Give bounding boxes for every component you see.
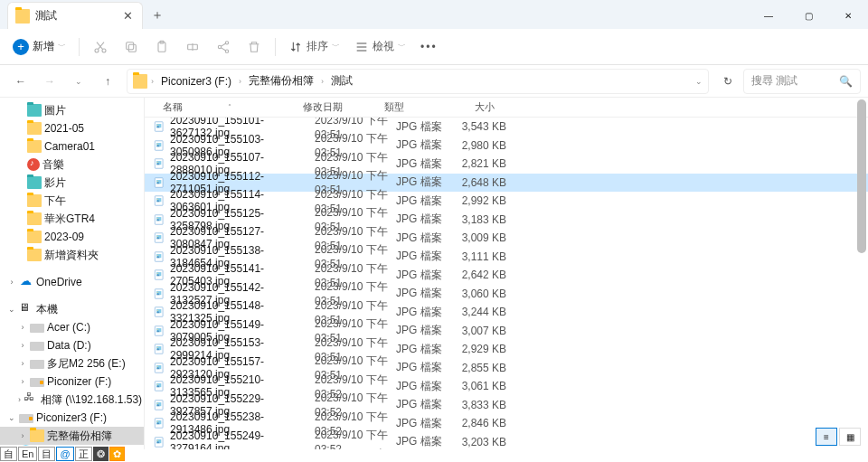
- file-size: 2,855 KB: [455, 362, 514, 374]
- svg-point-42: [157, 310, 158, 311]
- sidebar-item[interactable]: 新增資料夾: [0, 246, 144, 264]
- file-size: 2,648 KB: [455, 176, 514, 189]
- label: 本機: [36, 302, 58, 317]
- chevron-right-icon[interactable]: ›: [7, 278, 16, 287]
- maximize-button[interactable]: ▢: [788, 2, 828, 29]
- scrollbar[interactable]: [857, 99, 866, 438]
- file-type: JPG 檔案: [396, 397, 455, 412]
- minimize-button[interactable]: —: [749, 2, 788, 29]
- sidebar-item-drive[interactable]: ›多尼M2 256 (E:): [0, 354, 144, 372]
- search-placeholder: 搜尋 測試: [751, 73, 797, 89]
- search-input[interactable]: 搜尋 測試 🔍: [743, 69, 861, 94]
- chevron-down-icon[interactable]: ⌄: [7, 305, 16, 314]
- sidebar-item-drive[interactable]: ›Acer (C:): [0, 318, 144, 336]
- chevron-right-icon[interactable]: ›: [18, 431, 27, 440]
- sidebar-item-videos[interactable]: 影片: [0, 174, 144, 192]
- sidebar-item-drive[interactable]: ⌄Piconizer3 (F:): [0, 409, 144, 427]
- sidebar-item[interactable]: Camera01: [0, 137, 144, 156]
- sidebar-item-thispc[interactable]: ⌄本機: [0, 300, 144, 318]
- sidebar[interactable]: 圖片 2021-05 Camera01 音樂 影片 下午 華米GTR4 2023…: [0, 98, 145, 449]
- sidebar-item-music[interactable]: 音樂: [0, 156, 144, 174]
- chevron-right-icon[interactable]: ›: [18, 377, 27, 386]
- sidebar-item[interactable]: 華米GTR4: [0, 210, 144, 228]
- chevron-right-icon[interactable]: ›: [18, 359, 27, 368]
- chevron-right-icon[interactable]: ›: [18, 341, 27, 350]
- svg-point-15: [157, 143, 158, 144]
- image-file-icon: [152, 398, 166, 412]
- label: Piconizer3 (F:): [36, 411, 107, 424]
- address-bar[interactable]: › Piconizer3 (F:) › 完整備份相簿 › 測試 ⌄: [127, 69, 709, 94]
- tab-title: 測試: [35, 8, 57, 24]
- ime-button[interactable]: En: [18, 447, 37, 461]
- file-area: 名稱˄ 修改日期 類型 大小 20230910_155101-3627132.j…: [145, 98, 868, 449]
- cut-button[interactable]: [87, 33, 114, 61]
- sidebar-item[interactable]: 2023-09: [0, 228, 144, 246]
- forward-button[interactable]: →: [36, 68, 63, 95]
- folder-icon: [133, 74, 147, 89]
- sort-button[interactable]: 排序 ﹀: [283, 33, 345, 61]
- sidebar-item[interactable]: 2021-05: [0, 119, 144, 137]
- window-tab[interactable]: 測試 ✕: [7, 2, 143, 29]
- col-size[interactable]: 大小: [443, 100, 502, 114]
- details-view-button[interactable]: ≡: [816, 428, 837, 446]
- sidebar-item-drive[interactable]: ›Data (D:): [0, 336, 144, 354]
- title-bar: 測試 ✕ ＋ — ▢ ✕: [0, 0, 868, 29]
- dots-icon: •••: [420, 41, 438, 53]
- paste-button[interactable]: [148, 33, 175, 61]
- ime-button[interactable]: @: [56, 447, 73, 461]
- copy-button[interactable]: [118, 33, 145, 61]
- file-size: 3,060 KB: [455, 288, 514, 300]
- sidebar-item[interactable]: 下午: [0, 192, 144, 210]
- drive-icon: [30, 324, 44, 333]
- image-file-icon: [152, 324, 166, 338]
- more-button[interactable]: •••: [415, 33, 443, 61]
- file-row[interactable]: 20230910_155249-3279164.jpg2023/9/10 下午 …: [145, 433, 868, 450]
- chevron-right-icon[interactable]: ›: [18, 395, 21, 404]
- close-tab-icon[interactable]: ✕: [123, 10, 133, 22]
- refresh-button[interactable]: ↻: [714, 68, 741, 95]
- up-button[interactable]: ↑: [94, 68, 121, 95]
- thumbnails-view-button[interactable]: ▦: [839, 428, 861, 446]
- label: 完整備份相簿: [47, 429, 112, 444]
- share-button[interactable]: [210, 33, 237, 61]
- sidebar-item-onedrive[interactable]: ›OneDrive: [0, 273, 144, 291]
- new-button[interactable]: + 新增 ﹀: [7, 33, 71, 61]
- ime-button[interactable]: 正: [75, 447, 92, 461]
- image-file-icon: [152, 231, 166, 245]
- rename-button[interactable]: [179, 33, 206, 61]
- recent-dropdown[interactable]: ⌄: [65, 68, 92, 95]
- breadcrumb-folder[interactable]: 完整備份相簿: [245, 71, 317, 90]
- sidebar-item-backup-album[interactable]: ›完整備份相簿: [0, 427, 144, 445]
- close-window-button[interactable]: ✕: [828, 2, 868, 29]
- chevron-right-icon[interactable]: ›: [18, 323, 27, 332]
- chevron-down-icon: ﹀: [332, 41, 340, 52]
- col-date[interactable]: 修改日期: [303, 100, 384, 114]
- image-file-icon: [152, 175, 166, 190]
- ime-button[interactable]: ✿: [109, 447, 125, 461]
- col-type[interactable]: 類型: [384, 100, 443, 114]
- column-headers[interactable]: 名稱˄ 修改日期 類型 大小: [145, 98, 868, 118]
- delete-button[interactable]: [241, 33, 268, 61]
- sidebar-item-netdrive[interactable]: ›相簿 (\\192.168.1.53) (Z:): [0, 391, 144, 409]
- file-type: JPG 檔案: [396, 305, 455, 320]
- file-type: JPG 檔案: [396, 193, 455, 209]
- scroll-thumb[interactable]: [857, 99, 866, 253]
- back-button[interactable]: ←: [7, 68, 34, 95]
- image-file-icon: [152, 250, 166, 264]
- sidebar-item-pictures[interactable]: 圖片: [0, 101, 144, 119]
- new-tab-button[interactable]: ＋: [143, 2, 172, 29]
- chevron-down-icon[interactable]: ⌄: [695, 77, 703, 86]
- file-type: JPG 檔案: [396, 156, 455, 172]
- chevron-down-icon[interactable]: ⌄: [7, 413, 16, 422]
- file-size: 3,833 KB: [455, 399, 514, 411]
- ime-button[interactable]: ❂: [93, 447, 108, 461]
- view-button[interactable]: 檢視 ﹀: [349, 33, 411, 61]
- ime-button[interactable]: 目: [38, 447, 55, 461]
- ime-button[interactable]: 自: [0, 447, 17, 461]
- file-size: 3,183 KB: [455, 213, 514, 226]
- col-name[interactable]: 名稱˄: [163, 100, 303, 114]
- sidebar-item-drive[interactable]: ›Piconizer (F:): [0, 372, 144, 391]
- breadcrumb-folder[interactable]: 測試: [327, 71, 356, 90]
- breadcrumb-drive[interactable]: Piconizer3 (F:): [157, 73, 235, 90]
- file-list[interactable]: 20230910_155101-3627132.jpg2023/9/10 下午 …: [145, 118, 868, 449]
